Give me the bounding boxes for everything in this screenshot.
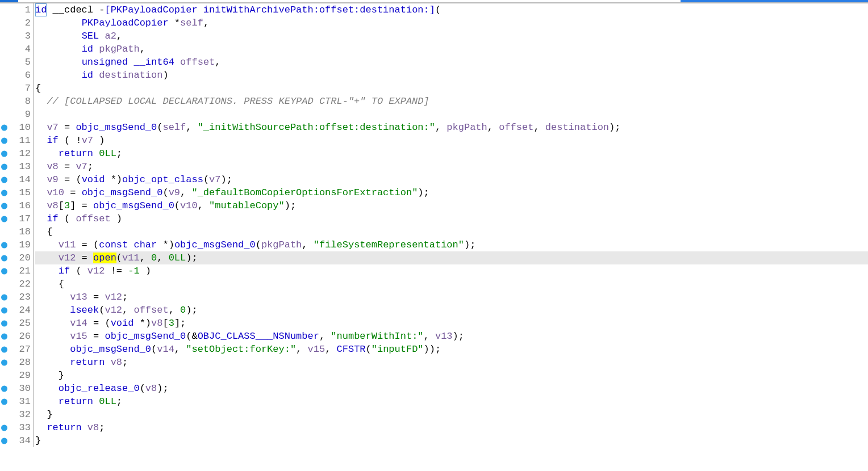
gutter-row[interactable]: 34 [0, 434, 33, 447]
breakpoint-dot-icon[interactable] [1, 190, 7, 196]
gutter-row[interactable]: 1 [0, 3, 33, 16]
code-line[interactable]: { [35, 82, 868, 95]
code-line[interactable]: if ( !v7 ) [35, 134, 868, 147]
gutter-row[interactable]: 22 [0, 277, 33, 291]
breakpoint-dot-icon[interactable] [1, 320, 7, 326]
breakpoint-dot-icon[interactable] [1, 255, 7, 261]
code-line[interactable]: v7 = objc_msgSend_0(self, "_initWithSour… [35, 121, 868, 134]
code-line[interactable]: v11 = (const char *)objc_msgSend_0(pkgPa… [35, 238, 868, 251]
breakpoint-dot-icon[interactable] [1, 424, 7, 431]
breakpoint-dot-icon[interactable] [1, 216, 7, 222]
code-editor[interactable]: 1234567891011121314151617181920212223242… [0, 3, 868, 447]
code-line[interactable]: v10 = objc_msgSend_0(v9, "_defaultBomCop… [35, 186, 868, 199]
breakpoint-dot-icon[interactable] [1, 137, 7, 144]
gutter-row[interactable]: 25 [0, 317, 33, 330]
gutter-row[interactable]: 10 [0, 121, 33, 134]
code-area[interactable]: id __cdecl -[PKPayloadCopier initWithArc… [34, 3, 868, 447]
code-line[interactable]: v9 = (void *)objc_opt_class(v7); [35, 173, 868, 186]
breakpoint-dot-icon[interactable] [1, 203, 7, 209]
code-line[interactable]: v14 = (void *)v8[3]; [35, 317, 868, 330]
line-number-gutter[interactable]: 1234567891011121314151617181920212223242… [0, 3, 34, 447]
gutter-row[interactable]: 16 [0, 199, 33, 212]
gutter-row[interactable]: 8 [0, 95, 33, 108]
breakpoint-dot-icon[interactable] [1, 163, 7, 170]
code-line[interactable]: lseek(v12, offset, 0); [35, 304, 868, 317]
gutter-row[interactable]: 29 [0, 369, 33, 382]
code-token: if [47, 135, 58, 146]
breakpoint-dot-icon[interactable] [1, 124, 7, 131]
line-number: 3 [25, 30, 31, 43]
gutter-row[interactable]: 18 [0, 225, 33, 238]
breakpoint-dot-icon[interactable] [1, 359, 7, 365]
gutter-row[interactable]: 31 [0, 395, 33, 408]
line-number: 20 [19, 251, 31, 264]
code-line[interactable]: if ( offset ) [35, 212, 868, 225]
code-line[interactable]: id __cdecl -[PKPayloadCopier initWithArc… [35, 3, 868, 16]
gutter-row[interactable]: 19 [0, 238, 33, 251]
code-line[interactable]: if ( v12 != -1 ) [35, 264, 868, 277]
code-token: offset [180, 57, 215, 68]
gutter-row[interactable]: 23 [0, 291, 33, 304]
code-line[interactable]: v13 = v12; [35, 291, 868, 304]
gutter-row[interactable]: 21 [0, 264, 33, 277]
code-token: __cdecl [47, 5, 99, 15]
code-line[interactable]: { [35, 277, 868, 291]
gutter-row[interactable]: 11 [0, 134, 33, 147]
gutter-row[interactable]: 20 [0, 251, 33, 264]
gutter-row[interactable]: 5 [0, 56, 33, 69]
breakpoint-dot-icon[interactable] [1, 398, 7, 405]
gutter-row[interactable]: 28 [0, 356, 33, 369]
code-line[interactable]: } [35, 408, 868, 421]
code-line[interactable]: // [COLLAPSED LOCAL DECLARATIONS. PRESS … [35, 95, 868, 108]
code-line[interactable]: SEL a2, [35, 30, 868, 43]
breakpoint-dot-icon[interactable] [1, 438, 7, 444]
code-line[interactable]: { [35, 225, 868, 238]
gutter-row[interactable]: 30 [0, 382, 33, 395]
gutter-row[interactable]: 32 [0, 408, 33, 421]
breakpoint-dot-icon[interactable] [1, 242, 7, 248]
code-line[interactable]: } [35, 434, 868, 447]
gutter-row[interactable]: 6 [0, 69, 33, 82]
code-token: 3 [169, 318, 174, 329]
code-line[interactable]: PKPayloadCopier *self, [35, 16, 868, 30]
gutter-row[interactable]: 26 [0, 330, 33, 343]
gutter-row[interactable]: 33 [0, 421, 33, 434]
code-token [105, 357, 110, 368]
gutter-row[interactable]: 4 [0, 43, 33, 56]
gutter-row[interactable]: 9 [0, 108, 33, 121]
gutter-row[interactable]: 17 [0, 212, 33, 225]
code-token [35, 135, 47, 146]
gutter-row[interactable]: 15 [0, 186, 33, 199]
code-line[interactable]: objc_release_0(v8); [35, 382, 868, 395]
code-line[interactable]: id pkgPath, [35, 43, 868, 56]
gutter-row[interactable]: 7 [0, 82, 33, 95]
code-line[interactable]: unsigned __int64 offset, [35, 56, 868, 69]
gutter-row[interactable]: 27 [0, 343, 33, 356]
code-line[interactable]: v12 = open(v11, 0, 0LL); [35, 251, 868, 264]
code-line[interactable]: v8[3] = objc_msgSend_0(v10, "mutableCopy… [35, 199, 868, 212]
breakpoint-dot-icon[interactable] [1, 307, 7, 313]
code-line[interactable]: objc_msgSend_0(v14, "setObject:forKey:",… [35, 343, 868, 356]
gutter-row[interactable]: 3 [0, 30, 33, 43]
code-line[interactable]: v15 = objc_msgSend_0(&OBJC_CLASS___NSNum… [35, 330, 868, 343]
gutter-row[interactable]: 2 [0, 16, 33, 30]
breakpoint-dot-icon[interactable] [1, 333, 7, 339]
gutter-row[interactable]: 24 [0, 304, 33, 317]
breakpoint-dot-icon[interactable] [1, 268, 7, 274]
code-line[interactable]: return 0LL; [35, 395, 868, 408]
code-line[interactable]: } [35, 369, 868, 382]
gutter-row[interactable]: 14 [0, 173, 33, 186]
code-line[interactable]: id destination) [35, 69, 868, 82]
gutter-row[interactable]: 12 [0, 147, 33, 160]
breakpoint-dot-icon[interactable] [1, 176, 7, 183]
breakpoint-dot-icon[interactable] [1, 150, 7, 157]
breakpoint-dot-icon[interactable] [1, 294, 7, 300]
code-line[interactable]: v8 = v7; [35, 160, 868, 173]
code-line[interactable]: return 0LL; [35, 147, 868, 160]
gutter-row[interactable]: 13 [0, 160, 33, 173]
code-line[interactable]: return v8; [35, 421, 868, 434]
breakpoint-dot-icon[interactable] [1, 385, 7, 392]
code-line[interactable] [35, 108, 868, 121]
breakpoint-dot-icon[interactable] [1, 346, 7, 352]
code-line[interactable]: return v8; [35, 356, 868, 369]
